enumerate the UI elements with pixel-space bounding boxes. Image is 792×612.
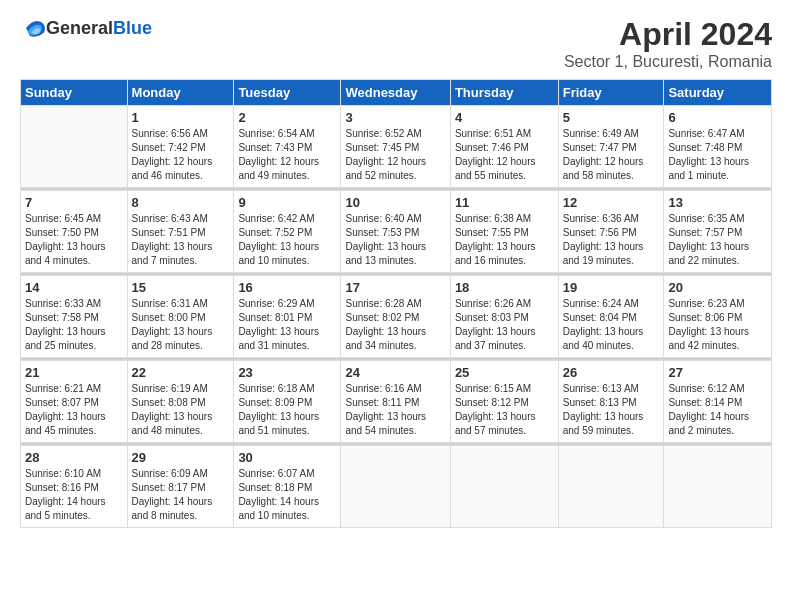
- day-info: Sunrise: 6:49 AM Sunset: 7:47 PM Dayligh…: [563, 127, 660, 183]
- day-info: Sunrise: 6:35 AM Sunset: 7:57 PM Dayligh…: [668, 212, 767, 268]
- day-number: 3: [345, 110, 445, 125]
- day-info: Sunrise: 6:19 AM Sunset: 8:08 PM Dayligh…: [132, 382, 230, 438]
- logo-text-general: General: [46, 18, 113, 38]
- day-cell: 24Sunrise: 6:16 AM Sunset: 8:11 PM Dayli…: [341, 361, 450, 443]
- day-info: Sunrise: 6:07 AM Sunset: 8:18 PM Dayligh…: [238, 467, 336, 523]
- title-area: April 2024 Sector 1, Bucuresti, Romania: [564, 16, 772, 71]
- day-cell: 23Sunrise: 6:18 AM Sunset: 8:09 PM Dayli…: [234, 361, 341, 443]
- day-number: 11: [455, 195, 554, 210]
- day-info: Sunrise: 6:09 AM Sunset: 8:17 PM Dayligh…: [132, 467, 230, 523]
- header-cell-friday: Friday: [558, 80, 664, 106]
- header-cell-monday: Monday: [127, 80, 234, 106]
- day-number: 14: [25, 280, 123, 295]
- day-number: 1: [132, 110, 230, 125]
- header-cell-thursday: Thursday: [450, 80, 558, 106]
- day-cell: [21, 106, 128, 188]
- day-info: Sunrise: 6:31 AM Sunset: 8:00 PM Dayligh…: [132, 297, 230, 353]
- week-row-4: 21Sunrise: 6:21 AM Sunset: 8:07 PM Dayli…: [21, 361, 772, 443]
- day-number: 13: [668, 195, 767, 210]
- day-number: 9: [238, 195, 336, 210]
- day-cell: 17Sunrise: 6:28 AM Sunset: 8:02 PM Dayli…: [341, 276, 450, 358]
- header-cell-tuesday: Tuesday: [234, 80, 341, 106]
- calendar-page: GeneralBlue April 2024 Sector 1, Bucures…: [0, 0, 792, 538]
- day-cell: 22Sunrise: 6:19 AM Sunset: 8:08 PM Dayli…: [127, 361, 234, 443]
- week-row-2: 7Sunrise: 6:45 AM Sunset: 7:50 PM Daylig…: [21, 191, 772, 273]
- day-cell: 27Sunrise: 6:12 AM Sunset: 8:14 PM Dayli…: [664, 361, 772, 443]
- day-cell: 5Sunrise: 6:49 AM Sunset: 7:47 PM Daylig…: [558, 106, 664, 188]
- day-info: Sunrise: 6:16 AM Sunset: 8:11 PM Dayligh…: [345, 382, 445, 438]
- day-number: 6: [668, 110, 767, 125]
- day-number: 16: [238, 280, 336, 295]
- day-number: 27: [668, 365, 767, 380]
- day-cell: [664, 446, 772, 528]
- day-info: Sunrise: 6:21 AM Sunset: 8:07 PM Dayligh…: [25, 382, 123, 438]
- header-cell-wednesday: Wednesday: [341, 80, 450, 106]
- main-title: April 2024: [564, 16, 772, 53]
- day-cell: 21Sunrise: 6:21 AM Sunset: 8:07 PM Dayli…: [21, 361, 128, 443]
- day-number: 8: [132, 195, 230, 210]
- day-cell: 18Sunrise: 6:26 AM Sunset: 8:03 PM Dayli…: [450, 276, 558, 358]
- week-row-3: 14Sunrise: 6:33 AM Sunset: 7:58 PM Dayli…: [21, 276, 772, 358]
- day-info: Sunrise: 6:36 AM Sunset: 7:56 PM Dayligh…: [563, 212, 660, 268]
- day-cell: 13Sunrise: 6:35 AM Sunset: 7:57 PM Dayli…: [664, 191, 772, 273]
- day-cell: 10Sunrise: 6:40 AM Sunset: 7:53 PM Dayli…: [341, 191, 450, 273]
- calendar-table: SundayMondayTuesdayWednesdayThursdayFrid…: [20, 79, 772, 528]
- day-cell: 6Sunrise: 6:47 AM Sunset: 7:48 PM Daylig…: [664, 106, 772, 188]
- subtitle: Sector 1, Bucuresti, Romania: [564, 53, 772, 71]
- day-info: Sunrise: 6:28 AM Sunset: 8:02 PM Dayligh…: [345, 297, 445, 353]
- day-info: Sunrise: 6:52 AM Sunset: 7:45 PM Dayligh…: [345, 127, 445, 183]
- week-row-5: 28Sunrise: 6:10 AM Sunset: 8:16 PM Dayli…: [21, 446, 772, 528]
- day-cell: 8Sunrise: 6:43 AM Sunset: 7:51 PM Daylig…: [127, 191, 234, 273]
- day-number: 12: [563, 195, 660, 210]
- day-cell: [450, 446, 558, 528]
- day-cell: 26Sunrise: 6:13 AM Sunset: 8:13 PM Dayli…: [558, 361, 664, 443]
- day-info: Sunrise: 6:45 AM Sunset: 7:50 PM Dayligh…: [25, 212, 123, 268]
- day-number: 28: [25, 450, 123, 465]
- logo-icon: [22, 16, 46, 40]
- day-number: 2: [238, 110, 336, 125]
- day-info: Sunrise: 6:10 AM Sunset: 8:16 PM Dayligh…: [25, 467, 123, 523]
- day-info: Sunrise: 6:13 AM Sunset: 8:13 PM Dayligh…: [563, 382, 660, 438]
- day-number: 17: [345, 280, 445, 295]
- day-cell: 16Sunrise: 6:29 AM Sunset: 8:01 PM Dayli…: [234, 276, 341, 358]
- day-number: 20: [668, 280, 767, 295]
- day-info: Sunrise: 6:51 AM Sunset: 7:46 PM Dayligh…: [455, 127, 554, 183]
- day-cell: [558, 446, 664, 528]
- day-cell: 2Sunrise: 6:54 AM Sunset: 7:43 PM Daylig…: [234, 106, 341, 188]
- day-number: 30: [238, 450, 336, 465]
- header: GeneralBlue April 2024 Sector 1, Bucures…: [20, 16, 772, 71]
- day-info: Sunrise: 6:33 AM Sunset: 7:58 PM Dayligh…: [25, 297, 123, 353]
- day-number: 7: [25, 195, 123, 210]
- day-cell: 11Sunrise: 6:38 AM Sunset: 7:55 PM Dayli…: [450, 191, 558, 273]
- day-info: Sunrise: 6:47 AM Sunset: 7:48 PM Dayligh…: [668, 127, 767, 183]
- day-info: Sunrise: 6:29 AM Sunset: 8:01 PM Dayligh…: [238, 297, 336, 353]
- day-number: 25: [455, 365, 554, 380]
- day-info: Sunrise: 6:15 AM Sunset: 8:12 PM Dayligh…: [455, 382, 554, 438]
- day-cell: 30Sunrise: 6:07 AM Sunset: 8:18 PM Dayli…: [234, 446, 341, 528]
- day-cell: 12Sunrise: 6:36 AM Sunset: 7:56 PM Dayli…: [558, 191, 664, 273]
- day-cell: 3Sunrise: 6:52 AM Sunset: 7:45 PM Daylig…: [341, 106, 450, 188]
- day-info: Sunrise: 6:12 AM Sunset: 8:14 PM Dayligh…: [668, 382, 767, 438]
- day-number: 29: [132, 450, 230, 465]
- day-info: Sunrise: 6:38 AM Sunset: 7:55 PM Dayligh…: [455, 212, 554, 268]
- day-info: Sunrise: 6:43 AM Sunset: 7:51 PM Dayligh…: [132, 212, 230, 268]
- header-cell-saturday: Saturday: [664, 80, 772, 106]
- day-info: Sunrise: 6:26 AM Sunset: 8:03 PM Dayligh…: [455, 297, 554, 353]
- day-info: Sunrise: 6:42 AM Sunset: 7:52 PM Dayligh…: [238, 212, 336, 268]
- week-row-1: 1Sunrise: 6:56 AM Sunset: 7:42 PM Daylig…: [21, 106, 772, 188]
- day-number: 23: [238, 365, 336, 380]
- day-cell: 9Sunrise: 6:42 AM Sunset: 7:52 PM Daylig…: [234, 191, 341, 273]
- day-cell: 29Sunrise: 6:09 AM Sunset: 8:17 PM Dayli…: [127, 446, 234, 528]
- day-number: 24: [345, 365, 445, 380]
- logo-text-blue: Blue: [113, 18, 152, 38]
- day-number: 19: [563, 280, 660, 295]
- header-cell-sunday: Sunday: [21, 80, 128, 106]
- day-info: Sunrise: 6:40 AM Sunset: 7:53 PM Dayligh…: [345, 212, 445, 268]
- day-cell: 14Sunrise: 6:33 AM Sunset: 7:58 PM Dayli…: [21, 276, 128, 358]
- day-cell: 28Sunrise: 6:10 AM Sunset: 8:16 PM Dayli…: [21, 446, 128, 528]
- day-info: Sunrise: 6:18 AM Sunset: 8:09 PM Dayligh…: [238, 382, 336, 438]
- day-cell: 1Sunrise: 6:56 AM Sunset: 7:42 PM Daylig…: [127, 106, 234, 188]
- day-cell: 20Sunrise: 6:23 AM Sunset: 8:06 PM Dayli…: [664, 276, 772, 358]
- header-row: SundayMondayTuesdayWednesdayThursdayFrid…: [21, 80, 772, 106]
- day-number: 21: [25, 365, 123, 380]
